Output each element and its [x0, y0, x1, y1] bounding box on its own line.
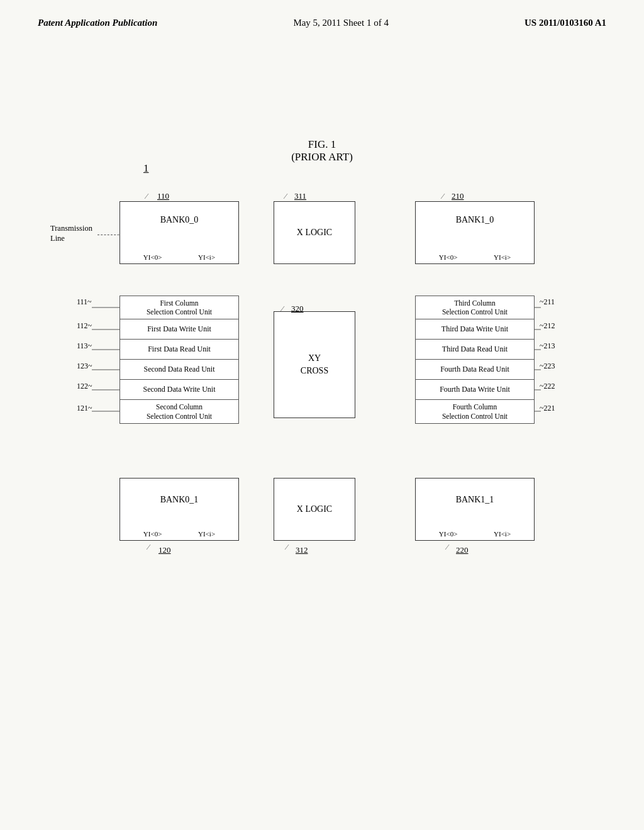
- left-row6-box: Second ColumnSelection Control Unit: [119, 400, 239, 424]
- figure-number: 1: [143, 162, 149, 175]
- right-row1-box: Third ColumnSelection Control Unit: [415, 296, 535, 319]
- x-logic-bottom-label: X LOGIC: [297, 504, 332, 514]
- fig-title-line1: FIG. 1: [291, 138, 353, 151]
- ref-210: 210: [452, 191, 464, 201]
- transmission-line-label: Transmission Line: [50, 223, 97, 244]
- right-row6-box: Fourth ColumnSelection Control Unit: [415, 400, 535, 424]
- left-row3-box: First Data Read Unit: [119, 340, 239, 360]
- ref-222: ~222: [540, 382, 555, 391]
- left-row4-label: Second Data Read Unit: [144, 365, 215, 374]
- ref-112: 112~: [77, 321, 92, 331]
- ref-320: 320: [291, 304, 304, 314]
- ref-110-brace: ∕: [146, 191, 147, 201]
- left-row2-label: First Data Write Unit: [147, 324, 211, 334]
- bank0-1-box: BANK0_1 YI<0> YI<i>: [119, 478, 239, 541]
- ref-122: 122~: [77, 382, 92, 391]
- right-row2-label: Third Data Write Unit: [441, 324, 508, 334]
- ref-120-brace: ∕: [148, 542, 149, 552]
- ref-111: 111~: [77, 297, 92, 307]
- ref-220: 220: [456, 545, 469, 555]
- ref-213: ~213: [540, 341, 555, 351]
- left-row4-box: Second Data Read Unit: [119, 360, 239, 380]
- left-row5-box: Second Data Write Unit: [119, 380, 239, 400]
- ref-210-brace: ∕: [442, 191, 443, 201]
- ref-223: ~223: [540, 362, 555, 371]
- bank1-0-yi: YI<0> YI<i>: [416, 253, 534, 261]
- right-row4-label: Fourth Data Read Unit: [440, 365, 509, 374]
- bank0-1-label: BANK0_1: [160, 495, 199, 505]
- bank0-0-label: BANK0_0: [160, 215, 199, 225]
- right-row5-label: Fourth Data Write Unit: [440, 385, 510, 394]
- x-logic-bottom-box: X LOGIC: [274, 478, 355, 541]
- bank1-1-yi: YI<0> YI<i>: [416, 530, 534, 538]
- xy-cross-box: XYCROSS: [274, 311, 355, 418]
- bank1-0-label: BANK1_0: [456, 215, 494, 225]
- header-publication-label: Patent Application Publication: [38, 18, 157, 28]
- header-date-sheet: May 5, 2011 Sheet 1 of 4: [293, 18, 389, 28]
- bank0-0-box: BANK0_0 YI<0> YI<i>: [119, 201, 239, 264]
- left-row1-box: First ColumnSelection Control Unit: [119, 296, 239, 319]
- right-row1-label: Third ColumnSelection Control Unit: [442, 299, 508, 317]
- figure-title: FIG. 1 (PRIOR ART): [291, 138, 353, 163]
- bank0-1-yi: YI<0> YI<i>: [120, 530, 238, 538]
- bank1-0-box: BANK1_0 YI<0> YI<i>: [415, 201, 535, 264]
- bank1-1-box: BANK1_1 YI<0> YI<i>: [415, 478, 535, 541]
- main-diagram: Transmission Line ▶ 110 ∕ 311 ∕ 210 ∕ BA…: [50, 189, 591, 566]
- x-logic-top-label: X LOGIC: [297, 228, 332, 238]
- ref-311-brace: ∕: [285, 191, 286, 201]
- header-patent-number: US 2011/0103160 A1: [525, 18, 606, 28]
- bank0-0-yi: YI<0> YI<i>: [120, 253, 238, 261]
- right-row5-box: Fourth Data Write Unit: [415, 380, 535, 400]
- ref-312: 312: [296, 545, 308, 555]
- ref-123: 123~: [77, 362, 92, 371]
- left-row2-box: First Data Write Unit: [119, 319, 239, 340]
- right-row6-label: Fourth ColumnSelection Control Unit: [442, 402, 508, 421]
- ref-312-brace: ∕: [286, 542, 287, 552]
- ref-211: ~211: [540, 297, 555, 307]
- ref-110: 110: [157, 191, 169, 201]
- right-row3-box: Third Data Read Unit: [415, 340, 535, 360]
- xy-cross-label: XYCROSS: [301, 352, 328, 377]
- left-row3-label: First Data Read Unit: [148, 345, 211, 354]
- right-row3-label: Third Data Read Unit: [442, 345, 508, 354]
- left-row1-label: First ColumnSelection Control Unit: [147, 299, 212, 317]
- left-row5-label: Second Data Write Unit: [143, 385, 216, 394]
- right-row2-box: Third Data Write Unit: [415, 319, 535, 340]
- ref-221: ~221: [540, 404, 555, 413]
- x-logic-top-box: X LOGIC: [274, 201, 355, 264]
- fig-title-line2: (PRIOR ART): [291, 151, 353, 163]
- ref-320-brace: ∕: [282, 304, 283, 314]
- page: Patent Application Publication May 5, 20…: [0, 0, 644, 830]
- ref-311: 311: [294, 191, 306, 201]
- ref-121: 121~: [77, 404, 92, 413]
- left-row6-label: Second ColumnSelection Control Unit: [147, 402, 212, 421]
- page-header: Patent Application Publication May 5, 20…: [0, 18, 644, 28]
- ref-120: 120: [158, 545, 171, 555]
- bank1-1-label: BANK1_1: [456, 495, 494, 505]
- ref-220-brace: ∕: [447, 542, 448, 552]
- right-row4-box: Fourth Data Read Unit: [415, 360, 535, 380]
- ref-212: ~212: [540, 321, 555, 331]
- ref-113: 113~: [77, 341, 92, 351]
